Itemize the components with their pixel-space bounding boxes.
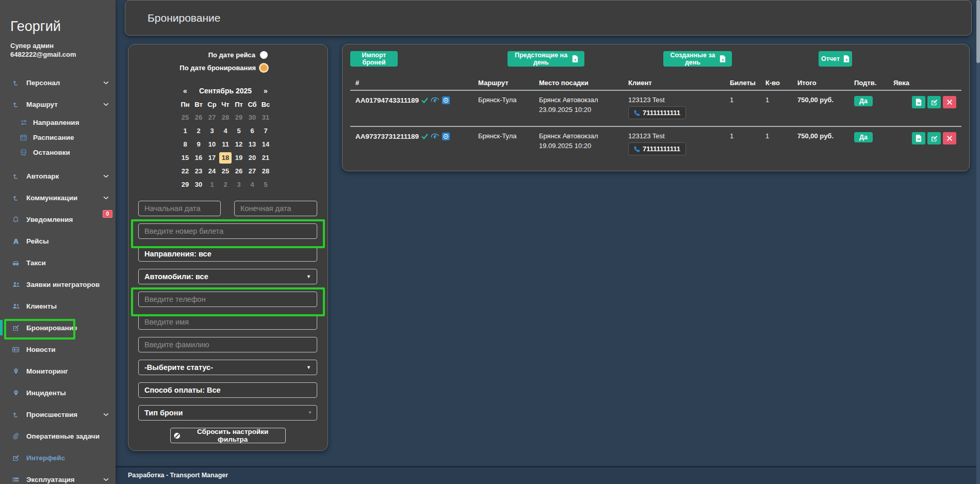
first-name-input[interactable] (138, 314, 317, 330)
sidebar-item-klienty[interactable]: Клиенты (0, 295, 116, 317)
sidebar-item-incidenty[interactable]: Инциденты (0, 382, 116, 404)
calendar-day[interactable]: 30 (192, 178, 205, 191)
calendar-day[interactable]: 13 (246, 138, 259, 151)
map-pin-icon (11, 367, 20, 375)
download-word-button[interactable]: w (912, 132, 925, 144)
calendar-day[interactable]: 2 (192, 124, 205, 138)
sidebar-item-interfeys[interactable]: Интерфейс (0, 447, 116, 469)
calendar-day[interactable]: 14 (259, 138, 272, 151)
calendar-day[interactable]: 28 (219, 111, 232, 124)
sidebar-item-bronirovanie[interactable]: Бронирование (0, 317, 116, 338)
calendar-day[interactable]: 29 (232, 111, 246, 124)
sidebar-item-zayavki-integratorov[interactable]: Заявки интеграторов (0, 273, 116, 295)
edit-booking-button[interactable] (927, 96, 941, 108)
payment-method-filter[interactable]: Способ оплаты: Все (138, 382, 317, 398)
client-phone-chip[interactable]: 71111111111 (628, 106, 686, 119)
sidebar-item-raspisanie[interactable]: Расписание (0, 130, 116, 145)
sidebar-item-ostanovki[interactable]: Остановки (0, 145, 116, 160)
calendar-day[interactable]: 19 (232, 151, 246, 165)
report-button[interactable]: Отчетx (819, 51, 852, 67)
calendar-day[interactable]: 2 (219, 178, 232, 191)
calendar-day[interactable]: 27 (246, 165, 259, 178)
directions-filter[interactable]: Направления: все (138, 246, 317, 262)
ticket-number-input[interactable] (138, 223, 317, 239)
scrollbar-thumb[interactable] (976, 0, 980, 63)
sidebar-item-reisy[interactable]: Рейсы (0, 230, 116, 252)
calendar-day[interactable]: 29 (178, 178, 192, 191)
quantity-cell: 1 (765, 132, 797, 140)
sidebar-item-napravleniya[interactable]: Направления (0, 115, 116, 130)
sidebar-item-ekspluataciya[interactable]: Эксплуатация (0, 469, 116, 484)
end-date-input[interactable] (234, 201, 317, 216)
booking-type-select[interactable]: Тип брони▼ (138, 405, 317, 421)
sidebar-item-kommunikacii[interactable]: Коммуникации (0, 187, 116, 208)
calendar-day[interactable]: 3 (205, 124, 219, 138)
start-date-input[interactable] (138, 201, 221, 216)
calendar-day[interactable]: 8 (178, 138, 192, 151)
calendar-day[interactable]: 26 (232, 165, 246, 178)
column-header: Явка (893, 76, 912, 90)
calendar-day[interactable]: 12 (232, 138, 246, 151)
sidebar-item-operativnye-zadachi[interactable]: Оперативные задачи (0, 425, 116, 447)
quantity-cell: 1 (765, 96, 797, 104)
calendar-day[interactable]: 27 (205, 111, 219, 124)
sidebar-item-taksi[interactable]: Такси (0, 252, 116, 273)
reset-filters-button[interactable]: Сбросить настройки фильтра (170, 428, 286, 443)
calendar-day[interactable]: 22 (178, 165, 192, 178)
sidebar-item-marshrut[interactable]: Маршрут (0, 93, 116, 115)
sidebar-item-proisshestviya[interactable]: Происшествия (0, 404, 116, 425)
status-select[interactable]: -Выберите статус-▼ (138, 360, 317, 375)
calendar-next-button[interactable]: » (259, 87, 272, 95)
upcoming-per-day-button[interactable]: Предстоящие на деньx (508, 51, 584, 67)
calendar-day[interactable]: 4 (219, 124, 232, 138)
confirmed-badge[interactable]: Да (854, 96, 873, 106)
calendar-day[interactable]: 30 (246, 111, 259, 124)
calendar-day[interactable]: 25 (178, 111, 192, 124)
calendar-day[interactable]: 5 (232, 124, 246, 138)
calendar-day[interactable]: 28 (259, 165, 272, 178)
calendar-day[interactable]: 10 (205, 138, 219, 151)
calendar-day[interactable]: 16 (192, 151, 205, 165)
calendar-day[interactable]: 21 (259, 151, 272, 165)
last-name-input[interactable] (138, 337, 317, 352)
sidebar-item-monitoring[interactable]: Мониторинг (0, 360, 116, 382)
calendar-day[interactable]: 24 (205, 165, 219, 178)
sidebar-item-label: Интерфейс (26, 454, 65, 462)
calendar-day[interactable]: 17 (205, 151, 219, 165)
calendar-day[interactable]: 3 (232, 178, 246, 191)
calendar-day[interactable]: 15 (178, 151, 192, 165)
by-trip-date-radio[interactable] (260, 51, 268, 59)
calendar-day[interactable]: 31 (259, 111, 272, 124)
sidebar-item-uvedomleniya[interactable]: Уведомления0 (0, 208, 116, 230)
calendar-day[interactable]: 7 (259, 124, 272, 138)
calendar-day[interactable]: 4 (246, 178, 259, 191)
calendar-day[interactable]: 6 (246, 124, 259, 138)
calendar-day-selected[interactable]: 18 (219, 151, 232, 165)
calendar-day[interactable]: 1 (178, 124, 192, 138)
boarding-place: Брянск Автовокзал (539, 96, 628, 104)
edit-booking-button[interactable] (927, 132, 941, 144)
calendar-day[interactable]: 5 (259, 178, 272, 191)
cars-select[interactable]: Автомобили: все▼ (138, 269, 317, 284)
import-bookings-button[interactable]: Импорт броней (350, 51, 398, 67)
calendar-day[interactable]: 20 (246, 151, 259, 165)
sidebar-item-novosti[interactable]: Новости (0, 338, 116, 360)
sidebar-item-personal[interactable]: Персонал (0, 72, 116, 93)
calendar-day[interactable]: 1 (205, 178, 219, 191)
delete-booking-button[interactable] (943, 96, 956, 108)
calendar-day[interactable]: 26 (192, 111, 205, 124)
calendar-prev-button[interactable]: « (178, 87, 192, 95)
created-per-day-button[interactable]: Созданные за деньx (663, 51, 732, 67)
phone-input[interactable] (138, 292, 317, 307)
scrollbar-track[interactable] (976, 0, 980, 484)
download-word-button[interactable]: w (912, 96, 925, 108)
calendar-day[interactable]: 11 (219, 138, 232, 151)
delete-booking-button[interactable] (943, 132, 956, 144)
calendar-day[interactable]: 9 (192, 138, 205, 151)
client-phone-chip[interactable]: 71111111111 (628, 142, 686, 155)
by-booking-date-radio[interactable] (260, 64, 267, 71)
confirmed-badge[interactable]: Да (854, 132, 873, 142)
sidebar-item-avtopark[interactable]: Автопарк (0, 165, 116, 187)
calendar-day[interactable]: 23 (192, 165, 205, 178)
calendar-day[interactable]: 25 (219, 165, 232, 178)
